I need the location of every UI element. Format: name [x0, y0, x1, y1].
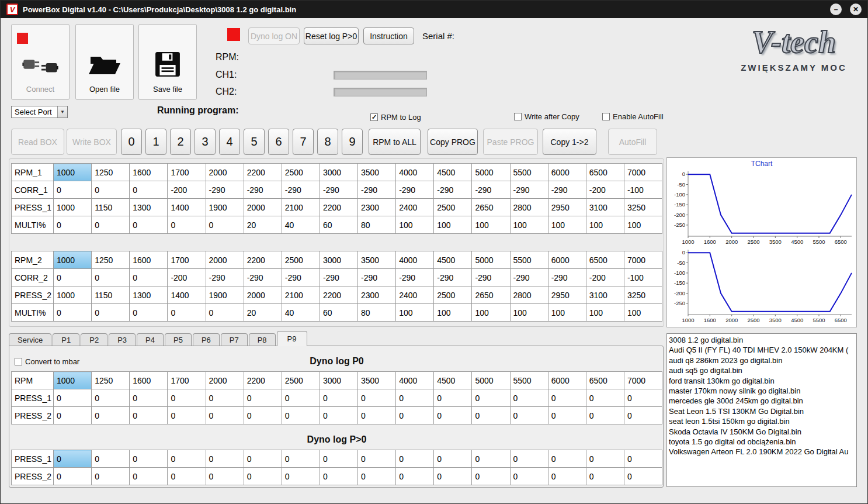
value-cell[interactable]: 0	[358, 468, 396, 485]
minimize-button[interactable]: –	[830, 4, 842, 15]
value-cell[interactable]: 5000	[472, 372, 510, 389]
value-cell[interactable]: 100	[548, 304, 586, 322]
rpm-to-all-button[interactable]: RPM to ALL	[369, 129, 421, 155]
value-cell[interactable]: 0	[624, 468, 662, 485]
value-cell[interactable]: 5500	[510, 251, 548, 269]
value-cell[interactable]: 7000	[624, 164, 662, 181]
value-cell[interactable]: 0	[54, 181, 92, 199]
value-cell[interactable]: -290	[244, 181, 282, 199]
value-cell[interactable]: 0	[168, 216, 206, 234]
value-cell[interactable]: 0	[244, 468, 282, 485]
value-cell[interactable]: 0	[168, 389, 206, 407]
value-cell[interactable]: -290	[434, 269, 472, 286]
value-cell[interactable]: 1000	[54, 372, 92, 389]
value-cell[interactable]: 1700	[168, 164, 206, 181]
value-cell[interactable]: 1900	[206, 286, 244, 304]
file-list-item[interactable]: seat leon 1.5tsi 150km go digital.bin	[667, 416, 856, 426]
value-cell[interactable]: 0	[92, 450, 130, 468]
value-cell[interactable]: 0	[472, 468, 510, 485]
value-cell[interactable]: 0	[206, 216, 244, 234]
value-cell[interactable]: 2650	[472, 286, 510, 304]
value-cell[interactable]: 3100	[586, 286, 624, 304]
value-cell[interactable]: 1600	[130, 251, 168, 269]
value-cell[interactable]: 100	[586, 304, 624, 322]
value-cell[interactable]: -290	[358, 269, 396, 286]
value-cell[interactable]: 0	[624, 407, 662, 424]
digit-button-3[interactable]: 3	[195, 129, 216, 155]
value-cell[interactable]: 0	[92, 216, 130, 234]
instruction-button[interactable]: Instruction	[363, 27, 414, 44]
value-cell[interactable]: -290	[548, 181, 586, 199]
value-cell[interactable]: 0	[206, 407, 244, 424]
tab-p6[interactable]: P6	[193, 333, 220, 346]
value-cell[interactable]: 20	[244, 216, 282, 234]
value-cell[interactable]: 1150	[92, 199, 130, 216]
file-list-item[interactable]: audi q8 286km 2023 go digital.bin	[667, 355, 856, 365]
value-cell[interactable]: 0	[358, 450, 396, 468]
digit-button-4[interactable]: 4	[219, 129, 240, 155]
value-cell[interactable]: 1150	[92, 286, 130, 304]
value-cell[interactable]: 2000	[244, 199, 282, 216]
value-cell[interactable]: 0	[168, 468, 206, 485]
value-cell[interactable]: -290	[244, 269, 282, 286]
value-cell[interactable]: 2500	[434, 199, 472, 216]
value-cell[interactable]: 3500	[358, 372, 396, 389]
value-cell[interactable]: 40	[282, 216, 320, 234]
value-cell[interactable]: -200	[586, 269, 624, 286]
value-cell[interactable]: 0	[510, 407, 548, 424]
value-cell[interactable]: -200	[168, 269, 206, 286]
copy-prog-button[interactable]: Copy PROG	[428, 129, 478, 155]
value-cell[interactable]: 0	[130, 389, 168, 407]
value-cell[interactable]: 0	[130, 407, 168, 424]
value-cell[interactable]: 1250	[92, 251, 130, 269]
value-cell[interactable]: 0	[434, 389, 472, 407]
value-cell[interactable]: 2950	[548, 286, 586, 304]
value-cell[interactable]: 2500	[282, 164, 320, 181]
value-cell[interactable]: 0	[206, 468, 244, 485]
value-cell[interactable]: 0	[472, 389, 510, 407]
value-cell[interactable]: -100	[624, 269, 662, 286]
value-cell[interactable]: 2950	[548, 199, 586, 216]
save-file-button[interactable]: Save file	[138, 24, 197, 100]
value-cell[interactable]: 2500	[282, 372, 320, 389]
value-cell[interactable]: 1300	[130, 199, 168, 216]
value-cell[interactable]: -200	[168, 181, 206, 199]
value-cell[interactable]: 0	[586, 468, 624, 485]
value-cell[interactable]: 0	[92, 407, 130, 424]
value-cell[interactable]: -290	[282, 181, 320, 199]
value-cell[interactable]: 1000	[54, 286, 92, 304]
file-list-item[interactable]: 3008 1.2 go digital.bin	[667, 335, 856, 345]
value-cell[interactable]: 2300	[358, 199, 396, 216]
value-cell[interactable]: 0	[168, 304, 206, 322]
value-cell[interactable]: 0	[358, 389, 396, 407]
tab-p2[interactable]: P2	[81, 333, 107, 346]
value-cell[interactable]: 0	[472, 450, 510, 468]
value-cell[interactable]: 0	[244, 407, 282, 424]
value-cell[interactable]: 100	[510, 216, 548, 234]
value-cell[interactable]: 3500	[358, 251, 396, 269]
value-cell[interactable]: 2800	[510, 199, 548, 216]
tab-p9[interactable]: P9	[277, 331, 307, 346]
value-cell[interactable]: 1900	[206, 199, 244, 216]
value-cell[interactable]: 0	[320, 407, 357, 424]
value-cell[interactable]: 0	[130, 450, 168, 468]
value-cell[interactable]: 0	[54, 216, 92, 234]
value-cell[interactable]: 1400	[168, 199, 206, 216]
value-cell[interactable]: 2800	[510, 286, 548, 304]
value-cell[interactable]: 100	[396, 304, 434, 322]
tab-p8[interactable]: P8	[249, 333, 276, 346]
dyno-log-on-button[interactable]: Dyno log ON	[248, 27, 300, 44]
value-cell[interactable]: 2400	[396, 286, 434, 304]
rpm-to-log-checkbox[interactable]: ✓ RPM to Log	[370, 113, 421, 122]
value-cell[interactable]: 0	[130, 269, 168, 286]
digit-button-9[interactable]: 9	[342, 129, 363, 155]
reset-log-button[interactable]: Reset log P>0	[304, 27, 359, 44]
value-cell[interactable]: 0	[244, 389, 282, 407]
value-cell[interactable]: 3000	[320, 251, 357, 269]
value-cell[interactable]: 6500	[586, 372, 624, 389]
value-cell[interactable]: 4500	[434, 251, 472, 269]
value-cell[interactable]: 5500	[510, 372, 548, 389]
value-cell[interactable]: 0	[282, 450, 320, 468]
value-cell[interactable]: 6000	[548, 164, 586, 181]
value-cell[interactable]: -290	[472, 181, 510, 199]
